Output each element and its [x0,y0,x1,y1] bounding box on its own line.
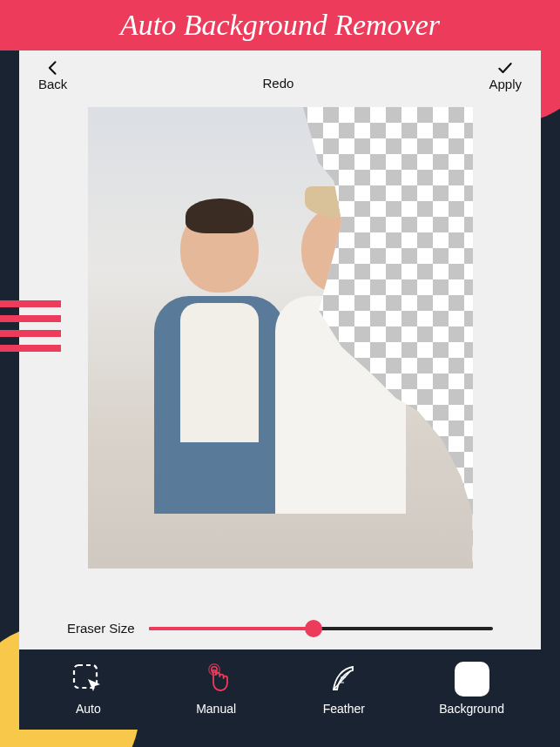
redo-button[interactable]: Redo [67,60,489,91]
slider-fill [149,627,314,630]
tool-auto[interactable]: Auto [49,662,127,716]
apply-label: Apply [489,77,522,91]
photo-original-region [88,107,473,569]
subject-woman [254,190,428,569]
apply-button[interactable]: Apply [489,59,522,91]
back-label: Back [38,77,67,91]
tool-feather[interactable]: Feather [305,662,383,716]
background-swatch-icon [455,662,489,697]
photo-subjects [88,107,473,569]
photo-canvas[interactable] [88,107,473,569]
eraser-size-slider[interactable] [149,627,493,630]
bottom-toolbar: Auto Manual Feather [19,649,541,730]
editor-card: Back Redo Apply [19,50,541,730]
decor-stripes [0,300,61,360]
checkmark-icon [496,59,514,77]
eraser-size-row: Eraser Size [19,609,541,649]
feather-icon [327,662,361,697]
tool-background-label: Background [439,702,504,716]
app-title: Auto Background Remover [120,9,440,42]
slider-thumb[interactable] [305,620,322,637]
back-button[interactable]: Back [38,59,67,91]
app-title-banner: Auto Background Remover [0,0,560,50]
tool-manual[interactable]: Manual [177,662,255,716]
canvas-area [19,98,541,609]
editor-topbar: Back Redo Apply [19,50,541,98]
eraser-size-label: Eraser Size [67,621,135,636]
tool-feather-label: Feather [323,702,365,716]
chevron-left-icon [44,59,62,77]
redo-label: Redo [262,76,293,91]
tool-background[interactable]: Background [433,662,511,716]
auto-select-icon [71,662,105,697]
tool-auto-label: Auto [76,702,101,716]
tap-hand-icon [199,662,233,697]
tool-manual-label: Manual [196,702,236,716]
